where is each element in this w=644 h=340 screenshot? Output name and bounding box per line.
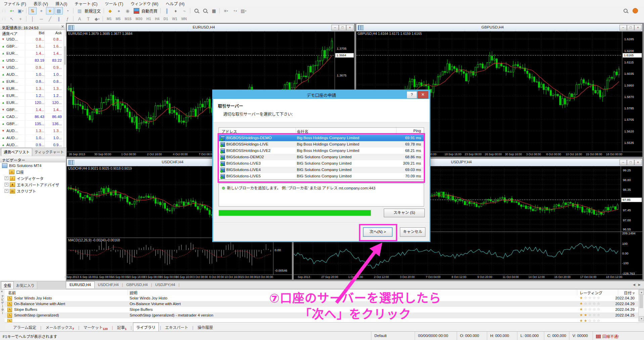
templates-icon[interactable]: ▨▾ [239,7,247,14]
connection-status[interactable]: 回線不通! [593,332,644,340]
scan-button[interactable]: スキャン (S) [384,209,425,217]
star-icon[interactable]: ☆ [588,301,593,305]
channel-icon[interactable]: ∥ [55,15,63,22]
column-date[interactable]: 日付 ▿ [624,290,635,295]
navigator-item-expert-advisors[interactable]: +♟エキスパートアドバイザ [0,181,65,188]
next-button[interactable]: 次へ(N) > [363,227,393,237]
star-icon[interactable]: ☆ [597,307,601,311]
text-icon[interactable]: A [76,15,84,22]
terminal-tab-5[interactable]: エキスパート [162,323,191,332]
menu-item-4[interactable]: ツール (T) [101,0,127,7]
star-icon[interactable]: ☆ [588,313,593,317]
market-watch-row[interactable]: ▼EUR...1.3...1.3... [0,86,63,93]
server-row[interactable]: BIGBOSSHoldings-DEMOBig Boss Holdings Co… [219,135,424,141]
expander-icon[interactable]: + [5,183,8,186]
menu-item-6[interactable]: ヘルプ (H) [162,0,188,7]
column-symbol[interactable]: 通貨ペア [2,31,17,36]
autotrading-icon[interactable] [132,7,140,14]
close-icon[interactable]: ✕ [61,24,64,29]
tab-symbols[interactable]: 通貨ペアリスト [1,148,32,156]
scroll-right-icon[interactable]: ▶ [638,283,641,286]
chart-tab-eurusd[interactable]: EURUSD,H4 [66,281,95,288]
market-watch-icon[interactable]: ⇅ [29,7,37,14]
star-icon[interactable]: ★ [580,319,584,322]
maximize-button[interactable]: □ [627,160,634,165]
maximize-button[interactable]: □ [627,25,634,31]
star-icon[interactable]: ☆ [588,307,593,311]
market-watch-row[interactable]: ▲USD...83.1983.22 [0,57,63,64]
maximize-button[interactable]: □ [339,25,346,31]
timeframe-W1[interactable]: W1 [170,16,179,22]
terminal-tab-6[interactable]: 操作履歴 [194,323,216,332]
column-name[interactable]: 名前 [8,290,16,295]
add-broker-box[interactable]: ⊕新しいブローカを追加します。 例: 'ブローカ名' または アドレス mt.c… [219,183,424,207]
tab-favorites[interactable]: お気に入り [14,282,37,289]
menu-item-5[interactable]: ウィンドウ (W) [127,0,162,7]
star-icon[interactable]: ★ [584,319,588,322]
market-watch-row[interactable]: ▲AUD...1.0...1.0... [0,135,63,142]
zoom-in-icon[interactable] [192,7,200,14]
line-chart-mode-icon[interactable]: ~ [180,7,188,14]
navigator-item-indicators[interactable]: +ƒインディケータ [0,175,65,181]
market-watch-row[interactable]: ▲EUR...1.4...1.4... [0,50,63,57]
tab-common[interactable]: 全般 [1,281,14,289]
profiles-icon[interactable]: ▣▾ [16,7,25,14]
strategy-tester-icon[interactable]: ◔ [63,7,72,14]
indicators-icon[interactable]: ≡▾ [222,7,230,14]
star-icon[interactable]: ☆ [597,296,601,300]
community-icon[interactable]: ● [115,7,123,14]
market-watch-row[interactable]: ▲AUD...1.0...1.0... [0,71,63,78]
horizontal-line-icon[interactable]: ─ [37,15,45,22]
trendline-icon[interactable]: ╱ [46,15,54,22]
minimize-button[interactable]: – [331,25,339,31]
menu-item-3[interactable]: チャート (C) [71,0,101,7]
navigator-item-scripts[interactable]: +▤スクリプト [0,188,65,194]
timeframe-D1[interactable]: D1 [162,16,170,22]
new-chart-icon[interactable]: +▾ [8,7,16,14]
bar-chart-mode-icon[interactable]: ║ [163,7,171,14]
new-order-icon[interactable]: ▥ [76,7,84,14]
expander-icon[interactable]: + [5,176,8,180]
market-watch-row[interactable]: ▲EUR...1.2...1.2... [0,93,63,100]
fibonacci-icon[interactable]: ƒ [63,15,72,22]
chart-title-bar[interactable]: GBPUSD,H4–□× [356,24,642,32]
scroll-down-icon[interactable]: ▼ [639,316,644,321]
market-watch-row[interactable]: ▲EUR...0.8...0.8... [0,78,63,86]
star-icon[interactable]: ☆ [584,301,588,305]
terminal-tab-4[interactable]: ライブラリ [133,323,159,332]
crosshair-icon[interactable]: + [16,15,25,22]
market-watch-row[interactable]: ▼GBP...1.4...1.4... [0,107,63,114]
notification-badge[interactable] [633,8,638,13]
dialog-title-bar[interactable]: デモ口座の申請 ? ✕ [213,91,429,99]
star-icon[interactable]: ☆ [584,296,588,300]
profile-selector[interactable]: Default [371,332,415,340]
tile-windows-icon[interactable]: ▦ [210,7,218,14]
zoom-out-icon[interactable] [201,7,209,14]
column-ping[interactable]: Ping [413,129,421,133]
close-icon[interactable]: ✕ [1,290,3,293]
cancel-button[interactable]: キャンセル [400,227,425,237]
help-button[interactable]: ? [407,91,417,99]
market-watch-row[interactable]: ▲GBP...135...136... [0,121,63,128]
column-company[interactable]: 会社名 [297,129,309,134]
market-watch-row[interactable]: ▲AUD...0.9...0.9... [0,142,63,148]
market-watch-scrollbar[interactable] [63,36,66,148]
market-watch-row[interactable]: ▼USD...0.8...0.8... [0,36,63,43]
star-icon[interactable]: ★ [580,307,584,311]
market-watch-row[interactable]: ▲GBP...1.6...1.6... [0,43,63,50]
server-row[interactable]: BIGSolutions-LIVE5BIG Solutions Company … [219,173,424,179]
text-label-icon[interactable]: T [84,15,92,22]
periods-icon[interactable]: ◔▾ [231,7,239,14]
minimize-button[interactable]: – [619,25,627,31]
terminal-tab-0[interactable]: アラーム設定 [10,323,39,332]
star-icon[interactable]: ☆ [593,313,597,317]
scroll-up-icon[interactable]: ▲ [639,290,644,295]
star-icon[interactable]: ☆ [593,296,597,300]
server-row[interactable]: BIGSolutions-DEMO2BIG Solutions Company … [219,154,424,160]
timeframe-M15[interactable]: M15 [123,16,133,22]
market-watch-row[interactable]: ▲EUR...120...120... [0,100,63,107]
close-icon[interactable]: × [346,25,354,31]
scroll-left-icon[interactable]: ◀ [633,283,635,286]
chart-tab-usdchf[interactable]: USDCHF,H4 [95,282,122,288]
star-icon[interactable]: ☆ [588,319,593,322]
